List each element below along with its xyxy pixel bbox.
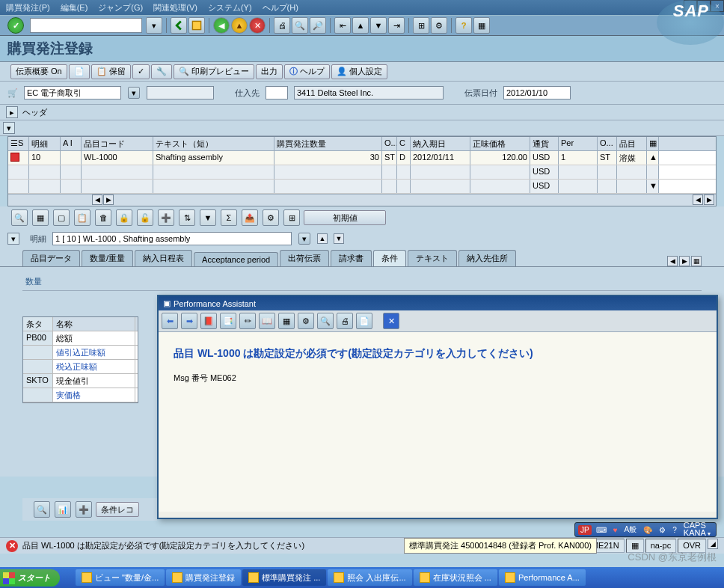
ime-heart-icon[interactable]: ♥ (611, 526, 620, 534)
col-c[interactable]: C (397, 137, 411, 150)
prev-item-icon[interactable]: ▲ (317, 233, 328, 244)
default-values-button[interactable]: 初期値 (304, 210, 386, 225)
ime-toolbar[interactable]: JP ⌨ ♥ A般 🎨 ⚙ ? CAPSKANA ▾ (574, 522, 717, 537)
copy-icon[interactable]: 📋 (74, 209, 90, 226)
ime-keyboard-icon[interactable]: ⌨ (594, 526, 609, 534)
personal-settings-button[interactable]: 👤個人設定 (331, 64, 387, 79)
cond-row[interactable]: 税込正味額 (23, 360, 138, 374)
col-selector[interactable]: ☰S (8, 137, 29, 150)
check-button[interactable]: ✓ (132, 64, 150, 79)
cond-row[interactable]: 値引込正味額 (23, 346, 138, 360)
tab-conditions[interactable]: 条件 (373, 250, 406, 266)
ime-palette-icon[interactable]: 🎨 (641, 526, 654, 534)
cond-col-name[interactable]: 名称 (53, 317, 135, 331)
find-icon[interactable]: 🔍 (292, 17, 308, 34)
collapse-detail-icon[interactable]: ▾ (7, 233, 19, 245)
hold-button[interactable]: 📋保留 (91, 64, 131, 79)
cancel-icon[interactable]: ✕ (249, 17, 266, 34)
pa-edit-icon[interactable]: ✏ (239, 313, 256, 329)
tab-delivery-addr[interactable]: 納入先住所 (458, 250, 516, 266)
vendor-code-field[interactable] (266, 86, 288, 99)
dropdown-icon[interactable]: ▾ (146, 17, 162, 34)
save-icon[interactable] (188, 17, 205, 34)
lock-icon[interactable]: 🔒 (116, 209, 132, 226)
filter-icon[interactable]: ▼ (200, 209, 216, 226)
taskbar-item[interactable]: Performance A... (499, 569, 586, 586)
tab-material-data[interactable]: 品目データ (22, 250, 80, 266)
menu-system[interactable]: システム(Y) (208, 2, 252, 13)
select-all-icon[interactable]: ▦ (32, 209, 49, 226)
cell-price[interactable]: 120.00 (470, 151, 530, 165)
export-icon[interactable]: 📤 (242, 209, 258, 226)
output-button[interactable]: 出力 (256, 64, 283, 79)
col-mat-group[interactable]: 品目 (617, 137, 647, 150)
tab-shipping[interactable]: 出荷伝票 (280, 250, 329, 266)
insert-icon[interactable]: ➕ (158, 209, 174, 226)
tab-schedule[interactable]: 納入日程表 (135, 250, 192, 266)
pa-tech-icon[interactable]: ⚙ (298, 313, 314, 329)
menu-po[interactable]: 購買発注(P) (6, 2, 50, 13)
tab-scroll-right-icon[interactable]: ▶ (679, 256, 690, 266)
doc-type-help-icon[interactable]: ▾ (128, 87, 140, 99)
ime-caps[interactable]: CAPSKANA ▾ (681, 522, 713, 537)
menu-edit[interactable]: 編集(E) (61, 2, 88, 13)
scroll-right2-icon[interactable]: ▶ (704, 195, 714, 205)
app-help-button[interactable]: ⓘヘルプ (284, 64, 330, 79)
first-page-icon[interactable]: ⇤ (334, 17, 351, 34)
col-price[interactable]: 正味価格 (470, 137, 530, 150)
tab-scroll-left-icon[interactable]: ◀ (667, 256, 678, 266)
collapse-items-icon[interactable]: ▾ (3, 122, 15, 134)
grid-row[interactable]: USD ▼ (8, 180, 716, 194)
unlock-icon[interactable]: 🔓 (137, 209, 153, 226)
menu-related[interactable]: 関連処理(V) (153, 2, 197, 13)
grid-row[interactable]: 10 WL-1000 Shafting assembly 30 ST D 201… (8, 151, 716, 165)
status-resize-icon[interactable]: ◢ (708, 539, 718, 549)
pa-glossary-icon[interactable]: 📖 (259, 313, 275, 329)
tab-texts[interactable]: テキスト (408, 250, 457, 266)
cell-curr[interactable]: USD (530, 151, 559, 165)
taskbar-item[interactable]: ビュー "数量/金... (76, 569, 165, 586)
pa-forward-icon[interactable]: ➡ (181, 313, 197, 329)
deselect-icon[interactable]: ▢ (53, 209, 70, 226)
col-config-icon[interactable]: ▦ (647, 137, 659, 150)
delete-icon[interactable]: 🗑 (95, 209, 111, 226)
find-next-icon[interactable]: 🔎 (310, 17, 326, 34)
item-selector[interactable] (52, 232, 292, 245)
cell-material[interactable]: WL-1000 (82, 151, 153, 165)
po-number-field[interactable] (147, 86, 214, 99)
cond-analysis-icon[interactable]: 📊 (55, 501, 71, 518)
ime-help-icon[interactable]: ? (670, 526, 679, 534)
header-tab-label[interactable]: ヘッダ (22, 107, 47, 118)
settings-icon[interactable]: ⚙ (263, 209, 279, 226)
doc-overview-button[interactable]: 伝票概要 On (10, 64, 67, 79)
cell-unit[interactable]: ST (382, 151, 397, 165)
cond-detail-icon[interactable]: 🔍 (34, 501, 50, 518)
pa-appl-icon[interactable]: ▦ (278, 313, 295, 329)
col-qty[interactable]: 購買発注数量 (274, 137, 382, 150)
item-dropdown-icon[interactable]: ▾ (298, 233, 310, 245)
pa-search-icon[interactable]: 🔍 (317, 313, 334, 329)
next-item-icon[interactable]: ▼ (334, 233, 344, 244)
col-currency[interactable]: 通貨 (530, 137, 559, 150)
cell-matgroup[interactable]: 溶媒 (617, 151, 647, 165)
pa-index-icon[interactable]: 📑 (220, 313, 236, 329)
tool-button[interactable]: 🔧 (151, 64, 172, 79)
scroll-left2-icon[interactable]: ◀ (693, 195, 703, 205)
layout-icon[interactable]: ▦ (473, 17, 490, 34)
col-ai[interactable]: A I (61, 137, 82, 150)
ime-mode[interactable]: A般 (622, 524, 639, 535)
cell-per[interactable]: 1 (559, 151, 598, 165)
print-icon[interactable]: 🖨 (274, 17, 290, 34)
row-scroll[interactable]: ▲ (647, 151, 659, 165)
menu-help[interactable]: ヘルプ(H) (263, 2, 298, 13)
help-icon[interactable]: ? (455, 17, 472, 34)
scroll-left-icon[interactable]: ◀ (92, 195, 102, 205)
col-text[interactable]: テキスト（短） (153, 137, 274, 150)
addl-icon[interactable]: ⊞ (283, 209, 300, 226)
exit-icon[interactable]: ▲ (231, 17, 248, 34)
start-button[interactable]: スタート (0, 569, 60, 587)
col-deliv-date[interactable]: 納入期日 (411, 137, 470, 150)
pa-titlebar[interactable]: ▣ Performance Assistant (159, 296, 717, 310)
grid-row[interactable]: USD (8, 165, 716, 180)
pa-copy-icon[interactable]: 📄 (356, 313, 372, 329)
